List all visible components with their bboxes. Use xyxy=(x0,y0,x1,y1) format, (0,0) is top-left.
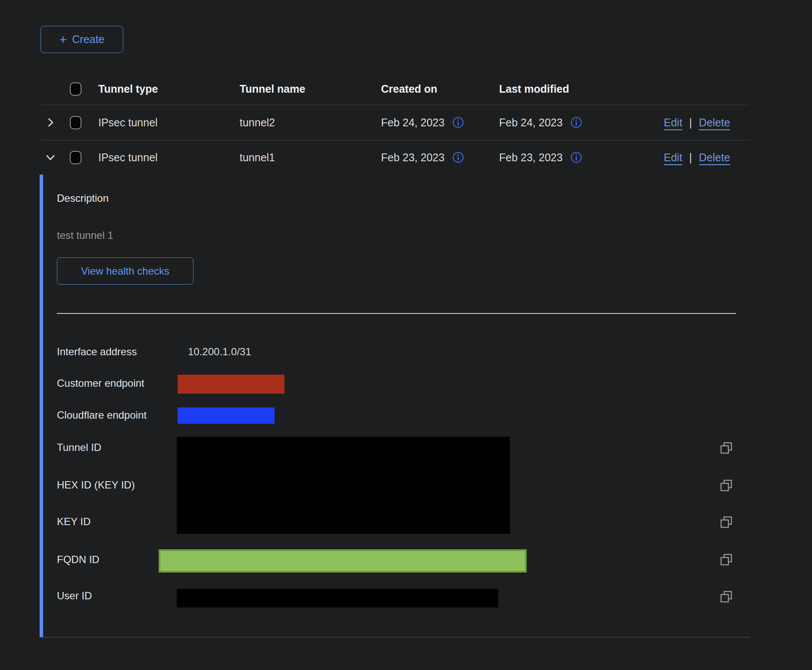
interface-address-value: 10.200.1.0/31 xyxy=(188,345,251,359)
expanded-section-bottom-divider xyxy=(43,637,750,638)
col-tunnel-name: Tunnel name xyxy=(240,83,381,95)
table-row: IPsec tunnel tunnel2 Feb 24, 2023 Feb 24… xyxy=(41,105,750,141)
delete-link[interactable]: Delete xyxy=(699,151,730,164)
fqdn-id-label: FQDN ID xyxy=(57,553,100,567)
copy-fqdn-id-icon[interactable] xyxy=(719,553,734,567)
expanded-row-accent-bar xyxy=(40,175,43,637)
panel-divider xyxy=(57,313,736,314)
tunnel-type-cell: IPsec tunnel xyxy=(98,151,240,164)
edit-link[interactable]: Edit xyxy=(664,116,682,129)
edit-link[interactable]: Edit xyxy=(664,151,682,164)
tunnel-type-cell: IPsec tunnel xyxy=(98,116,240,129)
customer-endpoint-redacted-value xyxy=(178,375,284,394)
copy-key-id-icon[interactable] xyxy=(719,515,734,530)
last-modified-cell: Feb 23, 2023 xyxy=(499,151,562,164)
customer-endpoint-label: Customer endpoint xyxy=(57,376,144,390)
tunnels-page: + Create Tunnel type Tunnel name Created… xyxy=(0,0,812,670)
expand-chevron-right-icon[interactable] xyxy=(41,116,70,129)
copy-hex-id-icon[interactable] xyxy=(719,479,734,493)
hex-id-label: HEX ID (KEY ID) xyxy=(57,478,135,492)
description-label: Description xyxy=(57,191,109,205)
cloudflare-endpoint-redacted-value xyxy=(178,407,275,424)
view-health-checks-button[interactable]: View health checks xyxy=(57,257,194,285)
tunnel-name-cell: tunnel1 xyxy=(240,151,381,164)
tunnel-id-label: Tunnel ID xyxy=(57,441,101,454)
row-checkbox[interactable] xyxy=(70,116,81,129)
action-separator: | xyxy=(689,151,692,164)
select-all-checkbox[interactable] xyxy=(70,82,81,96)
tunnel-name-cell: tunnel2 xyxy=(240,116,381,129)
create-button-label: Create xyxy=(72,33,104,46)
col-created-on: Created on xyxy=(381,83,499,95)
user-id-redacted-value xyxy=(177,589,498,607)
action-separator: | xyxy=(689,116,692,129)
create-button[interactable]: + Create xyxy=(41,26,123,53)
copy-user-id-icon[interactable] xyxy=(719,590,734,604)
table-header: Tunnel type Tunnel name Created on Last … xyxy=(41,73,750,105)
key-id-label: KEY ID xyxy=(57,515,91,529)
table-row: IPsec tunnel tunnel1 Feb 23, 2023 Feb 23… xyxy=(41,140,750,175)
info-icon[interactable] xyxy=(452,116,464,128)
ids-redacted-value xyxy=(177,437,510,534)
created-on-cell: Feb 23, 2023 xyxy=(381,151,444,164)
row-checkbox[interactable] xyxy=(70,151,81,164)
description-text: test tunnel 1 xyxy=(57,229,113,242)
user-id-label: User ID xyxy=(57,589,92,603)
interface-address-label: Interface address xyxy=(57,345,137,359)
info-icon[interactable] xyxy=(452,151,464,163)
col-tunnel-type: Tunnel type xyxy=(98,83,240,95)
info-icon[interactable] xyxy=(570,116,582,128)
plus-icon: + xyxy=(59,33,67,46)
copy-tunnel-id-icon[interactable] xyxy=(719,441,734,456)
fqdn-id-redacted-value xyxy=(159,549,527,573)
cloudflare-endpoint-label: Cloudflare endpoint xyxy=(57,408,147,422)
created-on-cell: Feb 24, 2023 xyxy=(381,116,444,129)
col-last-modified: Last modified xyxy=(499,83,664,95)
delete-link[interactable]: Delete xyxy=(699,116,730,129)
collapse-chevron-down-icon[interactable] xyxy=(41,151,70,164)
last-modified-cell: Feb 24, 2023 xyxy=(499,116,562,129)
info-icon[interactable] xyxy=(570,151,582,163)
